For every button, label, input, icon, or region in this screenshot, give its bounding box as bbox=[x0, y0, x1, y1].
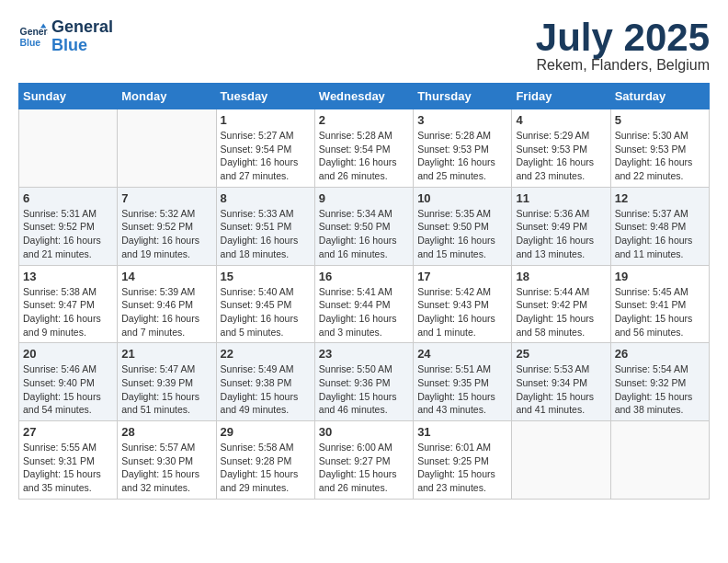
day-info: Sunrise: 5:31 AM Sunset: 9:52 PM Dayligh… bbox=[23, 207, 113, 261]
calendar-day-cell: 20Sunrise: 5:46 AM Sunset: 9:40 PM Dayli… bbox=[19, 343, 118, 421]
day-info: Sunrise: 5:27 AM Sunset: 9:54 PM Dayligh… bbox=[221, 129, 311, 183]
calendar-day-cell: 27Sunrise: 5:55 AM Sunset: 9:31 PM Dayli… bbox=[19, 421, 118, 500]
calendar-header-row: SundayMondayTuesdayWednesdayThursdayFrid… bbox=[19, 84, 710, 109]
weekday-header: Sunday bbox=[19, 84, 118, 109]
day-number: 12 bbox=[615, 191, 705, 205]
day-number: 22 bbox=[221, 347, 311, 361]
day-number: 27 bbox=[23, 425, 113, 439]
day-info: Sunrise: 5:29 AM Sunset: 9:53 PM Dayligh… bbox=[516, 129, 606, 183]
calendar-day-cell: 22Sunrise: 5:49 AM Sunset: 9:38 PM Dayli… bbox=[216, 343, 314, 421]
day-info: Sunrise: 5:44 AM Sunset: 9:42 PM Dayligh… bbox=[516, 285, 606, 339]
day-number: 30 bbox=[319, 425, 409, 439]
calendar-day-cell: 19Sunrise: 5:45 AM Sunset: 9:41 PM Dayli… bbox=[610, 265, 709, 343]
calendar-day-cell: 31Sunrise: 6:01 AM Sunset: 9:25 PM Dayli… bbox=[414, 421, 512, 500]
day-number: 5 bbox=[615, 113, 705, 127]
day-info: Sunrise: 5:42 AM Sunset: 9:43 PM Dayligh… bbox=[417, 285, 507, 339]
day-number: 26 bbox=[615, 347, 705, 361]
day-info: Sunrise: 5:55 AM Sunset: 9:31 PM Dayligh… bbox=[23, 441, 113, 495]
calendar-day-cell: 24Sunrise: 5:51 AM Sunset: 9:35 PM Dayli… bbox=[414, 343, 512, 421]
calendar-day-cell: 15Sunrise: 5:40 AM Sunset: 9:45 PM Dayli… bbox=[216, 265, 314, 343]
calendar-day-cell: 29Sunrise: 5:58 AM Sunset: 9:28 PM Dayli… bbox=[216, 421, 314, 500]
weekday-header: Friday bbox=[512, 84, 610, 109]
calendar-day-cell: 1Sunrise: 5:27 AM Sunset: 9:54 PM Daylig… bbox=[216, 109, 314, 188]
day-number: 9 bbox=[319, 191, 409, 205]
day-number: 2 bbox=[319, 113, 409, 127]
day-info: Sunrise: 5:35 AM Sunset: 9:50 PM Dayligh… bbox=[417, 207, 507, 261]
day-number: 4 bbox=[516, 113, 606, 127]
calendar-day-cell bbox=[118, 109, 216, 188]
calendar-day-cell: 4Sunrise: 5:29 AM Sunset: 9:53 PM Daylig… bbox=[512, 109, 610, 188]
calendar-week-row: 20Sunrise: 5:46 AM Sunset: 9:40 PM Dayli… bbox=[19, 343, 710, 421]
day-number: 7 bbox=[121, 191, 211, 205]
weekday-header: Monday bbox=[118, 84, 216, 109]
day-number: 1 bbox=[221, 113, 311, 127]
subtitle: Rekem, Flanders, Belgium bbox=[536, 57, 710, 74]
calendar-week-row: 27Sunrise: 5:55 AM Sunset: 9:31 PM Dayli… bbox=[19, 421, 710, 500]
day-info: Sunrise: 5:54 AM Sunset: 9:32 PM Dayligh… bbox=[615, 362, 705, 417]
title-block: July 2025 Rekem, Flanders, Belgium bbox=[536, 18, 710, 74]
calendar-day-cell: 11Sunrise: 5:36 AM Sunset: 9:49 PM Dayli… bbox=[512, 187, 610, 265]
day-number: 18 bbox=[516, 270, 606, 283]
day-number: 10 bbox=[417, 191, 507, 205]
day-info: Sunrise: 5:28 AM Sunset: 9:53 PM Dayligh… bbox=[417, 129, 507, 183]
day-info: Sunrise: 5:32 AM Sunset: 9:52 PM Dayligh… bbox=[121, 207, 211, 261]
day-number: 20 bbox=[23, 347, 113, 361]
day-number: 16 bbox=[319, 270, 409, 283]
day-number: 29 bbox=[221, 425, 311, 439]
weekday-header: Wednesday bbox=[314, 84, 413, 109]
svg-marker-2 bbox=[40, 23, 46, 28]
weekday-header: Thursday bbox=[414, 84, 512, 109]
calendar-week-row: 13Sunrise: 5:38 AM Sunset: 9:47 PM Dayli… bbox=[19, 265, 710, 343]
day-info: Sunrise: 5:49 AM Sunset: 9:38 PM Dayligh… bbox=[221, 362, 311, 417]
day-info: Sunrise: 6:01 AM Sunset: 9:25 PM Dayligh… bbox=[417, 441, 507, 495]
calendar-day-cell: 28Sunrise: 5:57 AM Sunset: 9:30 PM Dayli… bbox=[118, 421, 216, 500]
weekday-header: Saturday bbox=[610, 84, 709, 109]
day-info: Sunrise: 5:58 AM Sunset: 9:28 PM Dayligh… bbox=[221, 441, 311, 495]
calendar-day-cell: 7Sunrise: 5:32 AM Sunset: 9:52 PM Daylig… bbox=[118, 187, 216, 265]
day-number: 19 bbox=[615, 270, 705, 283]
day-number: 24 bbox=[417, 347, 507, 361]
day-info: Sunrise: 5:45 AM Sunset: 9:41 PM Dayligh… bbox=[615, 285, 705, 339]
calendar-day-cell: 17Sunrise: 5:42 AM Sunset: 9:43 PM Dayli… bbox=[414, 265, 512, 343]
day-number: 28 bbox=[121, 425, 211, 439]
day-info: Sunrise: 6:00 AM Sunset: 9:27 PM Dayligh… bbox=[319, 441, 409, 495]
day-number: 21 bbox=[121, 347, 211, 361]
logo-icon: General Blue bbox=[18, 22, 48, 52]
day-info: Sunrise: 5:30 AM Sunset: 9:53 PM Dayligh… bbox=[615, 129, 705, 183]
calendar-day-cell: 9Sunrise: 5:34 AM Sunset: 9:50 PM Daylig… bbox=[314, 187, 413, 265]
day-info: Sunrise: 5:36 AM Sunset: 9:49 PM Dayligh… bbox=[516, 207, 606, 261]
day-number: 25 bbox=[516, 347, 606, 361]
calendar-day-cell bbox=[610, 421, 709, 500]
svg-text:Blue: Blue bbox=[20, 37, 41, 47]
day-info: Sunrise: 5:51 AM Sunset: 9:35 PM Dayligh… bbox=[417, 362, 507, 417]
calendar-table: SundayMondayTuesdayWednesdayThursdayFrid… bbox=[18, 83, 710, 500]
calendar-day-cell: 26Sunrise: 5:54 AM Sunset: 9:32 PM Dayli… bbox=[610, 343, 709, 421]
logo-text: General Blue bbox=[51, 18, 113, 55]
day-info: Sunrise: 5:47 AM Sunset: 9:39 PM Dayligh… bbox=[121, 362, 211, 417]
day-number: 3 bbox=[417, 113, 507, 127]
day-number: 31 bbox=[417, 425, 507, 439]
calendar-day-cell: 23Sunrise: 5:50 AM Sunset: 9:36 PM Dayli… bbox=[314, 343, 413, 421]
calendar-day-cell: 14Sunrise: 5:39 AM Sunset: 9:46 PM Dayli… bbox=[118, 265, 216, 343]
day-number: 23 bbox=[319, 347, 409, 361]
calendar-day-cell: 6Sunrise: 5:31 AM Sunset: 9:52 PM Daylig… bbox=[19, 187, 118, 265]
calendar-day-cell: 21Sunrise: 5:47 AM Sunset: 9:39 PM Dayli… bbox=[118, 343, 216, 421]
calendar-day-cell: 30Sunrise: 6:00 AM Sunset: 9:27 PM Dayli… bbox=[314, 421, 413, 500]
page-header: General Blue General Blue July 2025 Reke… bbox=[18, 18, 710, 74]
calendar-week-row: 6Sunrise: 5:31 AM Sunset: 9:52 PM Daylig… bbox=[19, 187, 710, 265]
calendar-day-cell: 16Sunrise: 5:41 AM Sunset: 9:44 PM Dayli… bbox=[314, 265, 413, 343]
day-info: Sunrise: 5:33 AM Sunset: 9:51 PM Dayligh… bbox=[221, 207, 311, 261]
day-number: 15 bbox=[221, 270, 311, 283]
logo: General Blue General Blue bbox=[18, 18, 113, 55]
day-info: Sunrise: 5:46 AM Sunset: 9:40 PM Dayligh… bbox=[23, 362, 113, 417]
calendar-day-cell: 10Sunrise: 5:35 AM Sunset: 9:50 PM Dayli… bbox=[414, 187, 512, 265]
calendar-week-row: 1Sunrise: 5:27 AM Sunset: 9:54 PM Daylig… bbox=[19, 109, 710, 188]
day-info: Sunrise: 5:57 AM Sunset: 9:30 PM Dayligh… bbox=[121, 441, 211, 495]
calendar-day-cell: 12Sunrise: 5:37 AM Sunset: 9:48 PM Dayli… bbox=[610, 187, 709, 265]
day-info: Sunrise: 5:39 AM Sunset: 9:46 PM Dayligh… bbox=[121, 285, 211, 339]
day-info: Sunrise: 5:40 AM Sunset: 9:45 PM Dayligh… bbox=[221, 285, 311, 339]
day-info: Sunrise: 5:41 AM Sunset: 9:44 PM Dayligh… bbox=[319, 285, 409, 339]
day-number: 11 bbox=[516, 191, 606, 205]
day-number: 17 bbox=[417, 270, 507, 283]
day-info: Sunrise: 5:37 AM Sunset: 9:48 PM Dayligh… bbox=[615, 207, 705, 261]
